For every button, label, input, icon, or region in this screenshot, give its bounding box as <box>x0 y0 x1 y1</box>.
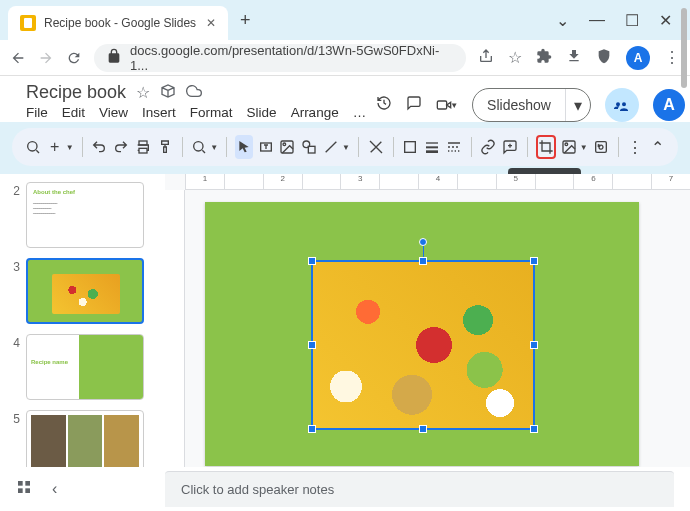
svg-rect-11 <box>426 142 438 143</box>
border-color-tool[interactable] <box>401 135 419 159</box>
resize-handle-tl[interactable] <box>308 257 316 265</box>
canvas-area[interactable]: 1 2 3 4 5 6 7 <box>165 174 690 511</box>
thumb-number: 4 <box>10 336 20 350</box>
selection-border <box>311 260 535 430</box>
back-button[interactable] <box>10 50 26 66</box>
link-tool[interactable] <box>480 135 498 159</box>
reset-image-tool[interactable] <box>592 135 610 159</box>
app-header: Recipe book ☆ File Edit View Insert Form… <box>0 76 690 122</box>
svg-point-4 <box>194 142 203 151</box>
move-icon[interactable] <box>160 83 176 103</box>
chrome-menu-icon[interactable]: ⋮ <box>664 48 680 67</box>
address-bar[interactable]: docs.google.com/presentation/d/13Wn-5GwS… <box>94 44 466 72</box>
profile-avatar[interactable]: A <box>626 46 650 70</box>
bookmark-icon[interactable]: ☆ <box>508 48 522 67</box>
resize-handle-l[interactable] <box>308 341 316 349</box>
line-tool[interactable] <box>322 135 340 159</box>
paint-format-button[interactable] <box>156 135 174 159</box>
border-dash-tool[interactable] <box>445 135 463 159</box>
resize-handle-tr[interactable] <box>530 257 538 265</box>
menu-more[interactable]: … <box>353 105 367 120</box>
resize-handle-t[interactable] <box>419 257 427 265</box>
download-icon[interactable] <box>566 48 582 68</box>
slide-thumbnail[interactable]: About the chef ━━━━━━━━━━━━━━━━━━━━━━━━━… <box>26 182 144 248</box>
toolbar: +▼ ▼ ▼ ▼ ⋮ ⌃ Crop image <box>12 128 678 166</box>
resize-handle-r[interactable] <box>530 341 538 349</box>
rotation-handle[interactable] <box>419 238 427 246</box>
add-comment-tool[interactable] <box>501 135 519 159</box>
comment-icon[interactable] <box>406 95 422 115</box>
svg-point-7 <box>283 143 286 146</box>
more-tools[interactable]: ⋮ <box>626 135 644 159</box>
svg-rect-18 <box>25 481 30 486</box>
menu-edit[interactable]: Edit <box>62 105 85 120</box>
thumb-number: 3 <box>10 260 20 274</box>
menu-view[interactable]: View <box>99 105 128 120</box>
svg-rect-17 <box>18 481 23 486</box>
maximize-icon[interactable]: ☐ <box>625 11 639 30</box>
print-button[interactable] <box>134 135 152 159</box>
document-title[interactable]: Recipe book <box>26 82 126 103</box>
cloud-icon[interactable] <box>186 83 202 103</box>
zoom-button[interactable] <box>190 135 208 159</box>
new-slide-button[interactable]: + <box>46 135 64 159</box>
collapse-toolbar[interactable]: ⌃ <box>648 135 666 159</box>
selected-image[interactable] <box>313 262 533 428</box>
new-tab-button[interactable]: + <box>240 10 251 31</box>
select-tool[interactable] <box>235 135 253 159</box>
svg-rect-19 <box>18 488 23 493</box>
grid-view-icon[interactable] <box>16 479 32 499</box>
minimize-icon[interactable]: — <box>589 11 605 30</box>
shield-icon[interactable] <box>596 48 612 68</box>
svg-point-15 <box>565 143 568 146</box>
slideshow-dropdown[interactable]: ▾ <box>566 89 590 121</box>
shape-tool[interactable] <box>300 135 318 159</box>
thumb-number: 5 <box>10 412 20 426</box>
textbox-tool[interactable] <box>257 135 275 159</box>
prev-slide-icon[interactable]: ‹ <box>52 480 57 498</box>
menu-insert[interactable]: Insert <box>142 105 176 120</box>
account-avatar[interactable]: A <box>653 89 685 121</box>
menu-slide[interactable]: Slide <box>247 105 277 120</box>
close-window-icon[interactable]: ✕ <box>659 11 672 30</box>
meet-icon[interactable]: ▼ <box>436 97 458 113</box>
reload-button[interactable] <box>66 50 82 66</box>
menubar: File Edit View Insert Format Slide Arran… <box>26 105 366 120</box>
menu-file[interactable]: File <box>26 105 48 120</box>
crop-tool[interactable] <box>536 135 556 159</box>
extension-icon[interactable] <box>536 48 552 68</box>
forward-button[interactable] <box>38 50 54 66</box>
workspace: 2 About the chef ━━━━━━━━━━━━━━━━━━━━━━━… <box>0 174 690 511</box>
menu-format[interactable]: Format <box>190 105 233 120</box>
lock-icon <box>106 48 122 67</box>
history-icon[interactable] <box>376 95 392 115</box>
resize-handle-bl[interactable] <box>308 425 316 433</box>
resize-handle-br[interactable] <box>530 425 538 433</box>
svg-rect-12 <box>426 146 438 148</box>
tab-close-icon[interactable]: ✕ <box>206 16 216 30</box>
chevron-down-icon[interactable]: ⌄ <box>556 11 569 30</box>
image-tool[interactable] <box>279 135 297 159</box>
slide-canvas[interactable] <box>205 202 639 466</box>
svg-rect-20 <box>25 488 30 493</box>
share-url-icon[interactable] <box>478 48 494 68</box>
search-menu-icon[interactable] <box>24 135 42 159</box>
menu-arrange[interactable]: Arrange <box>291 105 339 120</box>
slideshow-button[interactable]: Slideshow ▾ <box>472 88 591 122</box>
browser-tab[interactable]: Recipe book - Google Slides ✕ <box>8 6 228 40</box>
filmstrip: 2 About the chef ━━━━━━━━━━━━━━━━━━━━━━━… <box>0 174 165 511</box>
mask-tool[interactable] <box>560 135 578 159</box>
slideshow-label[interactable]: Slideshow <box>473 89 566 121</box>
undo-button[interactable] <box>90 135 108 159</box>
tab-title: Recipe book - Google Slides <box>44 16 196 30</box>
speaker-notes[interactable]: Click to add speaker notes <box>165 471 674 507</box>
border-weight-tool[interactable] <box>423 135 441 159</box>
svg-rect-0 <box>437 101 446 109</box>
star-icon[interactable]: ☆ <box>136 83 150 103</box>
slide-thumbnail-active[interactable] <box>26 258 144 324</box>
share-button[interactable] <box>605 88 639 122</box>
comment-tool[interactable] <box>367 135 385 159</box>
slide-thumbnail[interactable]: Recipe name <box>26 334 144 400</box>
resize-handle-b[interactable] <box>419 425 427 433</box>
redo-button[interactable] <box>112 135 130 159</box>
